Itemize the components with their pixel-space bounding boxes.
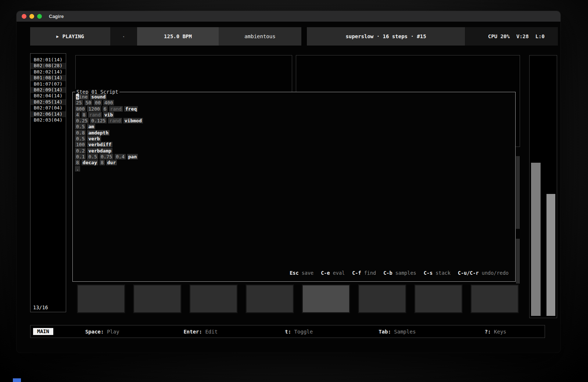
script-line: 0.250.125randvibmod [75, 118, 144, 124]
desktop-fragment [13, 378, 21, 382]
script-line: 0.5verb [75, 136, 144, 142]
script-token: 50 [85, 100, 93, 105]
status-bar: MAIN Space: PlayEnter: Editt: ToggleTab:… [30, 325, 545, 338]
level-meters [529, 55, 557, 318]
hotkey-hint: C-s stack [424, 270, 451, 276]
statusbar-hint: Tab: Samples [348, 329, 447, 335]
script-token: 100 [75, 142, 86, 147]
mode-badge: MAIN [33, 328, 53, 335]
step-cell[interactable] [133, 285, 181, 313]
close-button[interactable] [22, 14, 26, 19]
script-token: . [75, 166, 80, 172]
script-line: . [75, 166, 144, 172]
script-token: 00 [94, 100, 102, 105]
script-line: 100verbdiff [75, 142, 144, 148]
sound-name-display[interactable]: ambientous [219, 27, 301, 46]
list-item[interactable]: B02:04(14) [31, 93, 66, 99]
list-item[interactable]: B02:06(14) [31, 111, 66, 117]
script-editor[interactable]: Step 01 Script sinesound2550004008001200… [72, 92, 516, 282]
transport-status[interactable]: ▶ PLAYING [30, 27, 110, 46]
window-title: Cagire [49, 14, 64, 19]
sample-counter: 13/16 [33, 304, 48, 310]
app-window: Cagire ▶ PLAYING · 125.0 BPM ambientous … [17, 11, 560, 353]
script-token: amdepth [87, 130, 110, 136]
script-token: 800 [75, 106, 86, 112]
script-token: 0.8 [75, 130, 86, 136]
script-token: 8 [75, 160, 80, 165]
cpu-stat: CPU 20% [488, 33, 510, 39]
list-item[interactable]: B02:03(04) [31, 117, 66, 123]
zoom-button[interactable] [37, 14, 42, 19]
level-meter-bar [531, 163, 541, 316]
script-token: verb [87, 136, 101, 141]
list-item[interactable]: B02:07(04) [31, 105, 66, 111]
script-token: 6 [103, 106, 108, 112]
hotkey-hint: C-e eval [321, 270, 345, 276]
script-token: sound [90, 94, 107, 100]
list-item[interactable]: B01:08(14) [31, 75, 66, 81]
list-item[interactable]: B02:05(14) [31, 99, 66, 105]
script-line: 0.10.50.750.4pan [75, 154, 144, 160]
hotkey-hint: C-f find [352, 270, 376, 276]
script-token: 8 [100, 160, 105, 165]
title-bar[interactable]: Cagire [17, 11, 560, 22]
list-item[interactable]: B02:01(14) [31, 57, 66, 63]
step-cell[interactable] [471, 285, 519, 313]
hotkey-hint: Esc save [290, 270, 313, 276]
script-token: dur [106, 160, 117, 165]
script-line: sinesound [75, 94, 144, 100]
voices-stat: V:28 [516, 33, 529, 39]
script-token: verbdiff [87, 142, 112, 147]
script-line: 8decay8dur [75, 160, 144, 166]
script-token: rand [109, 106, 123, 112]
list-item[interactable]: B02:02(14) [31, 69, 66, 75]
script-token: 0.5 [75, 124, 86, 129]
list-item[interactable]: B01:07(07) [31, 81, 66, 87]
script-token: vib [103, 112, 114, 118]
panel-sliver-lower [516, 239, 520, 284]
script-token: 0.75 [100, 154, 113, 159]
script-token: sine [75, 94, 89, 100]
system-stats: CPU 20% V:28 L:0 [465, 27, 558, 46]
statusbar-hint: t: Toggle [250, 329, 348, 335]
statusbar-hint: Enter: Edit [151, 329, 250, 335]
script-token: 0.125 [90, 118, 107, 123]
script-line: 0.2verbdamp [75, 148, 144, 154]
script-token: 8 [82, 112, 87, 118]
editor-hotkeys: Esc saveC-e evalC-f findC-b samplesC-s s… [282, 270, 509, 276]
statusbar-hints: Space: PlayEnter: Editt: ToggleTab: Samp… [53, 329, 545, 335]
script-token: freq [124, 106, 138, 112]
step-cell[interactable] [190, 285, 237, 313]
step-cell[interactable] [415, 285, 462, 313]
transport-bar: ▶ PLAYING · 125.0 BPM ambientous supersl… [30, 27, 558, 46]
script-token: 0.5 [75, 136, 86, 141]
play-icon: ▶ [56, 34, 59, 39]
script-token: 0.1 [75, 154, 86, 159]
sample-sidebar: B02:01(14)B02:08(28)B02:02(14)B01:08(14)… [30, 53, 66, 312]
step-cell[interactable] [77, 285, 125, 313]
script-token: 0.25 [75, 118, 89, 123]
script-token: 0.4 [115, 154, 125, 159]
list-item[interactable]: B02:08(28) [31, 63, 66, 69]
script-token: vibmod [123, 118, 143, 123]
script-token: decay [82, 160, 98, 165]
step-grid [77, 285, 519, 313]
script-lines[interactable]: sinesound25500040080012006randfreq48rand… [75, 94, 144, 172]
step-cell-active[interactable] [302, 285, 350, 313]
step-cell[interactable] [358, 285, 406, 313]
script-token: 0.2 [75, 148, 86, 154]
traffic-lights [22, 14, 42, 19]
list-item[interactable]: B02:09(14) [31, 87, 66, 93]
topbar-separator-dot: · [110, 27, 137, 46]
hotkey-hint: C-b samples [383, 270, 416, 276]
script-line: 80012006randfreq [75, 106, 144, 112]
transport-label: PLAYING [62, 33, 84, 39]
minimize-button[interactable] [29, 14, 34, 19]
script-line: 0.5am [75, 124, 144, 130]
script-token: pan [127, 154, 138, 159]
sample-list: B02:01(14)B02:08(28)B02:02(14)B01:08(14)… [31, 54, 66, 123]
load-stat: L:0 [535, 33, 545, 39]
bpm-display[interactable]: 125.0 BPM [137, 27, 219, 46]
step-cell[interactable] [246, 285, 294, 313]
statusbar-hint: ?: Keys [447, 329, 545, 335]
